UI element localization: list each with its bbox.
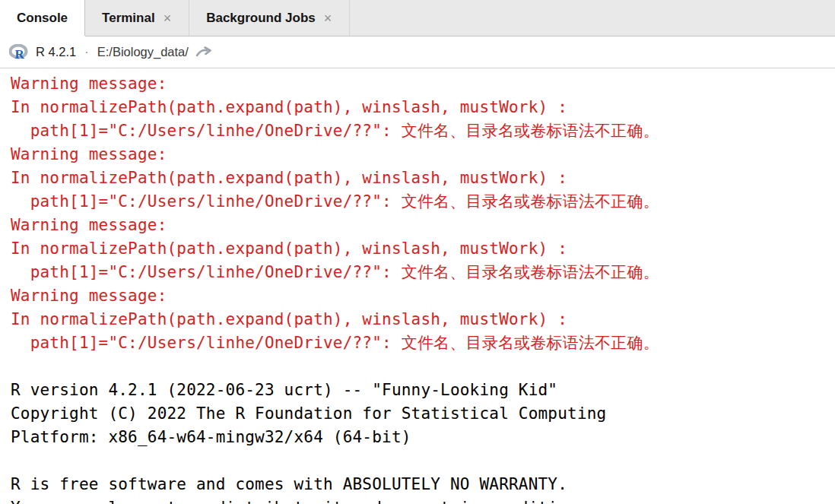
console-line: Warning message: — [11, 284, 835, 308]
console-line: path[1]="C:/Users/linhe/OneDrive/??": 文件… — [11, 119, 835, 143]
separator-dot: · — [83, 45, 90, 59]
console-output[interactable]: Warning message:In normalizePath(path.ex… — [0, 68, 835, 504]
console-line: You are welcome to redistribute it under… — [11, 496, 835, 504]
console-line: path[1]="C:/Users/linhe/OneDrive/??": 文件… — [11, 261, 835, 284]
console-line: Platform: x86_64-w64-mingw32/x64 (64-bit… — [11, 426, 835, 449]
svg-text:R: R — [15, 47, 25, 60]
tab-console-label: Console — [17, 11, 68, 26]
console-line: In normalizePath(path.expand(path), wins… — [11, 237, 835, 261]
console-line: Warning message: — [11, 143, 835, 166]
close-icon[interactable]: × — [323, 11, 333, 25]
console-line — [11, 449, 835, 473]
tab-terminal[interactable]: Terminal × — [85, 0, 189, 36]
console-line: Copyright (C) 2022 The R Foundation for … — [11, 402, 835, 426]
r-version-label: R 4.2.1 — [36, 45, 76, 59]
r-logo-icon: R — [9, 44, 29, 60]
tab-background-jobs-label: Background Jobs — [206, 11, 316, 26]
pane-tab-bar: Console Terminal × Background Jobs × — [0, 0, 835, 36]
console-line: In normalizePath(path.expand(path), wins… — [11, 308, 835, 331]
goto-directory-arrow-icon[interactable] — [195, 46, 212, 58]
close-icon[interactable]: × — [163, 11, 173, 25]
console-line — [11, 355, 835, 379]
console-line: path[1]="C:/Users/linhe/OneDrive/??": 文件… — [11, 331, 835, 355]
console-line: path[1]="C:/Users/linhe/OneDrive/??": 文件… — [11, 190, 835, 214]
console-line: R version 4.2.1 (2022-06-23 ucrt) -- "Fu… — [11, 379, 835, 402]
console-line: R is free software and comes with ABSOLU… — [11, 473, 835, 496]
console-line: In normalizePath(path.expand(path), wins… — [11, 166, 835, 190]
console-line: Warning message: — [11, 214, 835, 237]
console-header: R R 4.2.1 · E:/Biology_data/ — [0, 36, 835, 68]
tab-background-jobs[interactable]: Background Jobs × — [189, 0, 350, 36]
working-directory-label[interactable]: E:/Biology_data/ — [97, 45, 189, 59]
console-line: In normalizePath(path.expand(path), wins… — [11, 96, 835, 119]
tab-console[interactable]: Console — [0, 0, 85, 36]
console-line: Warning message: — [11, 72, 835, 96]
tab-terminal-label: Terminal — [102, 11, 155, 26]
